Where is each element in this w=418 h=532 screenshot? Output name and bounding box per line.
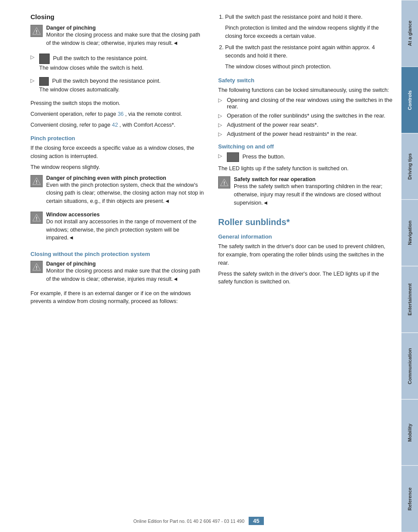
safety-item-2: ▷ Operation of the roller sunblinds* usi… (218, 112, 393, 119)
safety-item-1: ▷ Opening and closing of the rear window… (218, 97, 393, 110)
arrow-subtext-1: The window closes while the switch is he… (39, 64, 148, 72)
switching-press-content: Press the button. (227, 152, 285, 162)
warning-desc-4: Monitor the closing process and make sur… (46, 267, 205, 283)
warning-title-4: Danger of pinching (46, 261, 205, 267)
sidebar-tab-navigation[interactable]: Navigation (401, 199, 418, 266)
svg-text:!: ! (36, 29, 37, 34)
svg-text:!: ! (36, 179, 37, 185)
page-number: 45 (249, 517, 263, 525)
arrow-sym-s2: ▷ (218, 113, 224, 119)
arrow-sym-s1: ▷ (218, 97, 224, 103)
pinch-protection-title: Pinch protection (30, 135, 205, 141)
text-2: Convenient operation, refer to page 36 ,… (30, 110, 205, 118)
warning-desc-5: Press the safety switch when transportin… (234, 182, 393, 207)
sidebar-tab-mobility[interactable]: Mobility (401, 399, 418, 466)
sidebar-tab-driving-tips[interactable]: Driving tips (401, 133, 418, 200)
warning-icon-2: ! (30, 175, 43, 187)
arrow-subtext-2: The window closes automatically. (39, 86, 161, 94)
arrow-sym-s4: ▷ (218, 131, 224, 137)
safety-item-2-text: Operation of the roller sunblinds* using… (227, 112, 385, 119)
page-link-42[interactable]: 42 (112, 122, 118, 128)
warning-title-1: Danger of pinching (46, 25, 205, 31)
closing-without-title: Closing without the pinch protection sys… (30, 251, 205, 257)
sidebar-tab-controls[interactable]: Controls (401, 67, 418, 133)
text-2-part1: Convenient operation, refer to page (30, 111, 116, 117)
warning-icon-5: ! (218, 176, 230, 189)
roller-title: Roller sunblinds* (218, 217, 393, 227)
warning-title-3: Window accessories (46, 212, 205, 218)
switch-icon-1 (39, 54, 50, 64)
warning-desc-2: Even with the pinch protection system, c… (46, 181, 205, 205)
text-1: Pressing the switch stops the motion. (30, 99, 205, 108)
pinch-text-2: The window reopens slightly. (30, 163, 205, 172)
arrow-sym-s3: ▷ (218, 122, 224, 128)
warning-title-2: Danger of pinching even with pinch prote… (46, 175, 205, 181)
text-3-cont: , with Comfort Access*. (119, 122, 175, 128)
sidebar-tab-entertainment[interactable]: Entertainment (401, 266, 418, 333)
safety-switch-title: Safety switch (218, 77, 393, 84)
warning-title-5: Safety switch for rear operation (234, 176, 393, 182)
svg-text:!: ! (223, 181, 225, 186)
safety-item-4: ▷ Adjustment of the power head restraint… (218, 131, 393, 137)
list-item-1-sub: Pinch protection is limited and the wind… (225, 24, 393, 40)
arrow-symbol-1: ▷ (30, 54, 37, 60)
closing-text-1: For example, if there is an external dan… (30, 290, 205, 306)
page-link-36[interactable]: 36 (118, 111, 124, 117)
safety-items-list: ▷ Opening and closing of the rear window… (218, 97, 393, 137)
page-container: Closing ! Danger of pinching Monitor the… (0, 0, 418, 532)
switching-title: Switching on and off (218, 143, 393, 150)
warning-block-5: ! Safety switch for rear operation Press… (218, 176, 393, 209)
safety-item-1-text: Opening and closing of the rear windows … (227, 97, 393, 110)
warning-text-2: Danger of pinching even with pinch prote… (46, 175, 205, 208)
left-column: Closing ! Danger of pinching Monitor the… (30, 13, 205, 308)
list-item-1-text: Pull the switch past the resistance poin… (225, 13, 393, 21)
right-sidebar: At a glance Controls Driving tips Naviga… (401, 0, 418, 532)
switching-press: ▷ Press the button. (218, 152, 393, 162)
sidebar-tab-at-a-glance[interactable]: At a glance (401, 0, 418, 67)
warning-block-3: ! Window accessories Do not install any … (30, 212, 205, 245)
section-title: Closing (30, 13, 205, 20)
switching-text-1: Press the button. (243, 154, 285, 160)
warning-desc-1: Monitor the closing process and make sur… (46, 31, 205, 47)
warning-text-3: Window accessories Do not install any ac… (46, 212, 205, 245)
general-text-2: Press the safety switch in the driver's … (218, 270, 393, 286)
sidebar-tab-reference[interactable]: Reference (401, 465, 418, 532)
warning-block-2: ! Danger of pinching even with pinch pro… (30, 175, 205, 208)
warning-block-1: ! Danger of pinching Monitor the closing… (30, 25, 205, 50)
list-item-2: Pull the switch past the resistance poin… (225, 44, 393, 71)
button-icon-switch (227, 152, 239, 162)
warning-text-5: Safety switch for rear operation Press t… (234, 176, 393, 209)
text-3-part1: Convenient closing, refer to page (30, 122, 110, 128)
two-columns-layout: Closing ! Danger of pinching Monitor the… (30, 13, 393, 308)
switch-icon-2 (39, 77, 49, 86)
arrow-sym-sw: ▷ (218, 153, 224, 159)
arrow-symbol-2: ▷ (30, 77, 37, 84)
safety-item-3-text: Adjustment of the power rear seats*. (227, 121, 318, 128)
page-footer: Online Edition for Part no. 01 40 2 606 … (0, 517, 401, 525)
safety-item-4-text: Adjustment of the power head restraints*… (227, 131, 357, 137)
arrow-item-1: ▷ Pull the switch to the resistance poin… (30, 54, 205, 75)
warning-text-4: Danger of pinching Monitor the closing p… (46, 261, 205, 286)
warning-block-4: ! Danger of pinching Monitor the closing… (30, 261, 205, 286)
arrow-item-2: ▷ Pull the switch beyond the resistance … (30, 77, 205, 97)
svg-text:!: ! (36, 216, 37, 221)
warning-text-1: Danger of pinching Monitor the closing p… (46, 25, 205, 50)
general-text-1: The safety switch in the driver's door c… (218, 242, 393, 267)
safety-switch-text: The following functions can be locked si… (218, 86, 393, 94)
arrow-content-1: Pull the switch to the resistance point.… (39, 54, 148, 75)
general-info-title: General information (218, 233, 393, 240)
list-item-2-text: Pull the switch past the resistance poin… (225, 44, 393, 60)
warning-icon-1: ! (30, 25, 43, 37)
right-column: Pull the switch past the resistance poin… (218, 13, 393, 308)
sidebar-tab-communication[interactable]: Communication (401, 333, 418, 399)
text-2-cont: , via the remote control. (125, 111, 182, 117)
svg-text:!: ! (36, 265, 37, 270)
warning-desc-3: Do not install any accessories in the ra… (46, 218, 205, 242)
list-item-1: Pull the switch past the resistance poin… (225, 13, 393, 40)
text-3: Convenient closing, refer to page 42 , w… (30, 121, 205, 129)
warning-icon-4: ! (30, 261, 43, 273)
main-content: Closing ! Danger of pinching Monitor the… (0, 0, 401, 532)
list-item-2-sub: The window closes without pinch protecti… (225, 63, 393, 71)
arrow-text-2: Pull the switch beyond the resistance po… (52, 78, 161, 84)
safety-item-3: ▷ Adjustment of the power rear seats*. (218, 121, 393, 128)
